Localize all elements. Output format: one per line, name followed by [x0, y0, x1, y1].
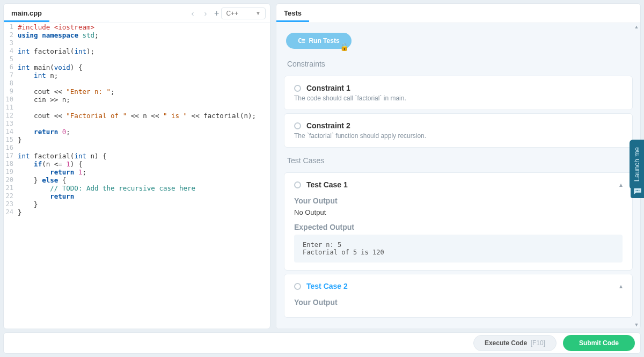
- line-number: 14: [4, 128, 17, 136]
- chevron-up-icon[interactable]: ▴: [619, 181, 623, 188]
- code-content[interactable]: [17, 144, 270, 152]
- code-line[interactable]: 3: [4, 39, 270, 47]
- code-line[interactable]: 5: [4, 55, 270, 63]
- next-file-button[interactable]: ›: [199, 7, 212, 20]
- code-content[interactable]: [17, 55, 270, 63]
- line-number: 3: [4, 39, 17, 47]
- line-number: 10: [4, 96, 17, 104]
- code-content[interactable]: if(n <= 1) {: [17, 160, 270, 168]
- line-number: 21: [4, 184, 17, 192]
- code-line[interactable]: 10 cin >> n;: [4, 96, 270, 104]
- line-number: 5: [4, 55, 17, 63]
- code-line[interactable]: 15}: [4, 136, 270, 144]
- lock-icon: 🔒: [340, 42, 349, 51]
- code-line[interactable]: 12 cout << "Factorial of " << n << " is …: [4, 112, 270, 120]
- line-number: 23: [4, 200, 17, 208]
- code-content[interactable]: }: [17, 200, 270, 208]
- line-number: 9: [4, 88, 17, 96]
- line-number: 6: [4, 63, 17, 71]
- code-content[interactable]: int factorial(int);: [17, 47, 270, 55]
- code-content[interactable]: [17, 120, 270, 128]
- line-number: 16: [4, 144, 17, 152]
- execute-code-button[interactable]: Execute Code [F10]: [473, 335, 557, 351]
- code-content[interactable]: }: [17, 208, 270, 216]
- code-line[interactable]: 8: [4, 79, 270, 88]
- code-line[interactable]: 11: [4, 104, 270, 112]
- chevron-up-icon[interactable]: ▴: [619, 282, 623, 290]
- your-output-label: Your Output: [294, 196, 623, 205]
- tests-panel: Tests C≡ Run Tests 🔒 Constraints Constra…: [276, 3, 641, 329]
- line-number: 18: [4, 160, 17, 168]
- code-content[interactable]: // TODO: Add the recursive case here: [17, 184, 270, 192]
- code-editor[interactable]: 1#include <iostream>2using namespace std…: [4, 23, 270, 329]
- scroll-down-icon[interactable]: ▼: [633, 321, 640, 329]
- code-content[interactable]: return 0;: [17, 128, 270, 136]
- code-line[interactable]: 23 }: [4, 200, 270, 208]
- scroll-up-icon[interactable]: ▲: [633, 23, 640, 31]
- your-output-label: Your Output: [294, 298, 623, 307]
- code-line[interactable]: 18 if(n <= 1) {: [4, 160, 270, 168]
- constraint-card: Constraint 1 The code should call `facto…: [284, 76, 633, 110]
- code-content[interactable]: }: [17, 136, 270, 144]
- launch-me-tab[interactable]: Launch me: [630, 140, 644, 189]
- code-line[interactable]: 22 return: [4, 192, 270, 200]
- svg-point-1: [637, 190, 638, 191]
- test-case-card[interactable]: Test Case 2 ▴ Your Output: [284, 274, 633, 318]
- editor-panel: main.cpp ‹ › + C++ ▼ 1#include <iostream…: [3, 3, 270, 329]
- code-line[interactable]: 2using namespace std;: [4, 31, 270, 39]
- code-content[interactable]: [17, 39, 270, 47]
- constraint-desc: The `factorial` function should apply re…: [294, 132, 623, 140]
- code-content[interactable]: return: [17, 192, 270, 200]
- code-line[interactable]: 7 int n;: [4, 71, 270, 79]
- code-content[interactable]: } else {: [17, 176, 270, 184]
- run-tests-icon: C≡: [298, 37, 304, 45]
- code-line[interactable]: 17int factorial(int n) {: [4, 152, 270, 160]
- line-number: 17: [4, 152, 17, 160]
- add-file-button[interactable]: +: [214, 9, 219, 18]
- code-line[interactable]: 14 return 0;: [4, 128, 270, 136]
- line-number: 24: [4, 208, 17, 216]
- chevron-down-icon: ▼: [255, 10, 261, 16]
- code-line[interactable]: 4int factorial(int);: [4, 47, 270, 55]
- code-line[interactable]: 16: [4, 144, 270, 152]
- code-line[interactable]: 21 // TODO: Add the recursive case here: [4, 184, 270, 192]
- expected-output-value: Enter n: 5 Factorial of 5 is 120: [294, 235, 623, 263]
- status-circle-icon: [294, 283, 301, 290]
- code-line[interactable]: 20 } else {: [4, 176, 270, 184]
- prev-file-button[interactable]: ‹: [186, 7, 199, 20]
- test-case-title: Test Case 2: [306, 282, 348, 290]
- code-content[interactable]: [17, 104, 270, 112]
- code-content[interactable]: int n;: [17, 71, 270, 79]
- submit-code-button[interactable]: Submit Code: [563, 335, 635, 351]
- tests-header: Tests: [276, 4, 640, 23]
- code-line[interactable]: 24}: [4, 208, 270, 216]
- line-number: 15: [4, 136, 17, 144]
- code-line[interactable]: 6int main(void) {: [4, 63, 270, 71]
- testcases-heading: Test Cases: [276, 151, 640, 169]
- line-number: 13: [4, 120, 17, 128]
- code-content[interactable]: [17, 79, 270, 88]
- code-content[interactable]: cout << "Factorial of " << n << " is " <…: [17, 112, 270, 120]
- code-line[interactable]: 13: [4, 120, 270, 128]
- code-content[interactable]: int main(void) {: [17, 63, 270, 71]
- code-content[interactable]: cin >> n;: [17, 96, 270, 104]
- code-content[interactable]: cout << "Enter n: ";: [17, 88, 270, 96]
- code-content[interactable]: int factorial(int n) {: [17, 152, 270, 160]
- line-number: 4: [4, 47, 17, 55]
- constraint-desc: The code should call `factorial` in main…: [294, 94, 623, 102]
- code-content[interactable]: return 1;: [17, 168, 270, 176]
- tests-tab[interactable]: Tests: [276, 5, 309, 22]
- test-case-card[interactable]: Test Case 1 ▴ Your Output No Output Expe…: [284, 172, 633, 271]
- language-select[interactable]: C++ ▼: [221, 8, 266, 19]
- file-tab[interactable]: main.cpp: [4, 5, 49, 22]
- line-number: 8: [4, 79, 17, 88]
- constraints-heading: Constraints: [276, 54, 640, 72]
- code-content[interactable]: #include <iostream>: [17, 23, 270, 31]
- code-line[interactable]: 19 return 1;: [4, 168, 270, 176]
- tests-body: C≡ Run Tests 🔒 Constraints Constraint 1 …: [276, 23, 640, 329]
- expected-output-label: Expected Output: [294, 223, 623, 231]
- code-line[interactable]: 1#include <iostream>: [4, 23, 270, 31]
- chat-icon[interactable]: [631, 184, 644, 198]
- code-content[interactable]: using namespace std;: [17, 31, 270, 39]
- code-line[interactable]: 9 cout << "Enter n: ";: [4, 88, 270, 96]
